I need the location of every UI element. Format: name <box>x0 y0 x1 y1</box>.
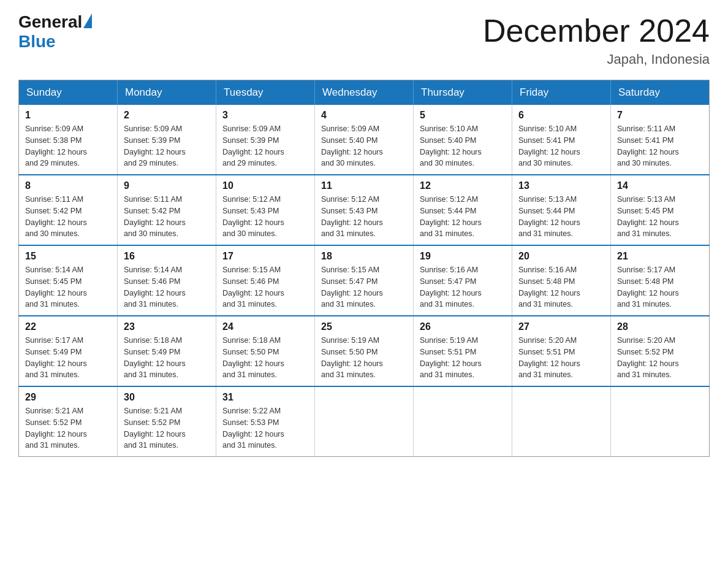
calendar-cell: 2Sunrise: 5:09 AMSunset: 5:39 PMDaylight… <box>118 105 216 175</box>
day-number: 11 <box>321 180 407 191</box>
day-number: 21 <box>617 251 703 262</box>
calendar-cell <box>512 386 611 457</box>
calendar-cell: 20Sunrise: 5:16 AMSunset: 5:48 PMDayligh… <box>512 245 611 316</box>
day-info: Sunrise: 5:21 AMSunset: 5:52 PMDaylight:… <box>25 405 111 451</box>
day-info: Sunrise: 5:15 AMSunset: 5:46 PMDaylight:… <box>222 264 308 310</box>
calendar-cell <box>414 386 512 457</box>
page-header: General Blue December 2024 Japah, Indone… <box>18 12 710 67</box>
calendar-cell: 31Sunrise: 5:22 AMSunset: 5:53 PMDayligh… <box>216 386 315 457</box>
calendar-cell: 24Sunrise: 5:18 AMSunset: 5:50 PMDayligh… <box>216 316 315 386</box>
day-info: Sunrise: 5:18 AMSunset: 5:49 PMDaylight:… <box>124 335 210 381</box>
day-number: 14 <box>617 180 703 191</box>
calendar-cell: 3Sunrise: 5:09 AMSunset: 5:39 PMDaylight… <box>216 105 315 175</box>
calendar-cell: 7Sunrise: 5:11 AMSunset: 5:41 PMDaylight… <box>611 105 710 175</box>
day-number: 29 <box>25 392 111 403</box>
calendar-cell <box>315 386 414 457</box>
day-info: Sunrise: 5:20 AMSunset: 5:52 PMDaylight:… <box>617 335 703 381</box>
calendar-cell: 5Sunrise: 5:10 AMSunset: 5:40 PMDaylight… <box>414 105 512 175</box>
column-header-friday: Friday <box>512 80 611 105</box>
column-header-sunday: Sunday <box>19 80 118 105</box>
calendar-week-row: 15Sunrise: 5:14 AMSunset: 5:45 PMDayligh… <box>19 245 710 316</box>
day-number: 16 <box>124 251 210 262</box>
day-info: Sunrise: 5:21 AMSunset: 5:52 PMDaylight:… <box>124 405 210 451</box>
calendar-header-row: SundayMondayTuesdayWednesdayThursdayFrid… <box>19 80 710 105</box>
column-header-thursday: Thursday <box>414 80 512 105</box>
calendar-cell: 29Sunrise: 5:21 AMSunset: 5:52 PMDayligh… <box>19 386 118 457</box>
column-header-tuesday: Tuesday <box>216 80 315 105</box>
day-info: Sunrise: 5:10 AMSunset: 5:40 PMDaylight:… <box>420 123 506 169</box>
calendar-cell: 18Sunrise: 5:15 AMSunset: 5:47 PMDayligh… <box>315 245 414 316</box>
column-header-monday: Monday <box>118 80 216 105</box>
calendar-cell: 6Sunrise: 5:10 AMSunset: 5:41 PMDaylight… <box>512 105 611 175</box>
day-number: 31 <box>222 392 308 403</box>
day-number: 24 <box>222 321 308 332</box>
calendar-week-row: 22Sunrise: 5:17 AMSunset: 5:49 PMDayligh… <box>19 316 710 386</box>
day-info: Sunrise: 5:13 AMSunset: 5:44 PMDaylight:… <box>518 194 604 240</box>
calendar-cell: 17Sunrise: 5:15 AMSunset: 5:46 PMDayligh… <box>216 245 315 316</box>
day-number: 20 <box>518 251 604 262</box>
day-number: 23 <box>124 321 210 332</box>
calendar-cell: 27Sunrise: 5:20 AMSunset: 5:51 PMDayligh… <box>512 316 611 386</box>
day-info: Sunrise: 5:12 AMSunset: 5:44 PMDaylight:… <box>420 194 506 240</box>
day-number: 26 <box>420 321 506 332</box>
calendar-cell: 11Sunrise: 5:12 AMSunset: 5:43 PMDayligh… <box>315 175 414 245</box>
calendar-cell: 22Sunrise: 5:17 AMSunset: 5:49 PMDayligh… <box>19 316 118 386</box>
logo-blue-text: Blue <box>18 32 56 52</box>
calendar-week-row: 29Sunrise: 5:21 AMSunset: 5:52 PMDayligh… <box>19 386 710 457</box>
day-info: Sunrise: 5:16 AMSunset: 5:47 PMDaylight:… <box>420 264 506 310</box>
calendar-cell: 8Sunrise: 5:11 AMSunset: 5:42 PMDaylight… <box>19 175 118 245</box>
calendar-cell: 21Sunrise: 5:17 AMSunset: 5:48 PMDayligh… <box>611 245 710 316</box>
logo: General Blue <box>18 12 92 52</box>
day-number: 9 <box>124 180 210 191</box>
calendar-cell: 28Sunrise: 5:20 AMSunset: 5:52 PMDayligh… <box>611 316 710 386</box>
day-number: 27 <box>518 321 604 332</box>
day-info: Sunrise: 5:22 AMSunset: 5:53 PMDaylight:… <box>222 405 308 451</box>
day-info: Sunrise: 5:15 AMSunset: 5:47 PMDaylight:… <box>321 264 407 310</box>
month-title: December 2024 <box>483 12 710 49</box>
day-info: Sunrise: 5:09 AMSunset: 5:39 PMDaylight:… <box>222 123 308 169</box>
day-info: Sunrise: 5:18 AMSunset: 5:50 PMDaylight:… <box>222 335 308 381</box>
day-number: 13 <box>518 180 604 191</box>
calendar-cell <box>611 386 710 457</box>
day-info: Sunrise: 5:20 AMSunset: 5:51 PMDaylight:… <box>518 335 604 381</box>
day-info: Sunrise: 5:09 AMSunset: 5:40 PMDaylight:… <box>321 123 407 169</box>
location-subtitle: Japah, Indonesia <box>483 52 710 67</box>
calendar-cell: 30Sunrise: 5:21 AMSunset: 5:52 PMDayligh… <box>118 386 216 457</box>
day-number: 18 <box>321 251 407 262</box>
day-info: Sunrise: 5:16 AMSunset: 5:48 PMDaylight:… <box>518 264 604 310</box>
calendar-cell: 13Sunrise: 5:13 AMSunset: 5:44 PMDayligh… <box>512 175 611 245</box>
day-info: Sunrise: 5:19 AMSunset: 5:51 PMDaylight:… <box>420 335 506 381</box>
day-info: Sunrise: 5:11 AMSunset: 5:41 PMDaylight:… <box>617 123 703 169</box>
calendar-week-row: 1Sunrise: 5:09 AMSunset: 5:38 PMDaylight… <box>19 105 710 175</box>
day-number: 10 <box>222 180 308 191</box>
day-number: 22 <box>25 321 111 332</box>
calendar-cell: 1Sunrise: 5:09 AMSunset: 5:38 PMDaylight… <box>19 105 118 175</box>
day-number: 5 <box>420 110 506 121</box>
day-number: 28 <box>617 321 703 332</box>
day-number: 19 <box>420 251 506 262</box>
calendar-table: SundayMondayTuesdayWednesdayThursdayFrid… <box>18 80 710 457</box>
day-info: Sunrise: 5:10 AMSunset: 5:41 PMDaylight:… <box>518 123 604 169</box>
calendar-cell: 23Sunrise: 5:18 AMSunset: 5:49 PMDayligh… <box>118 316 216 386</box>
calendar-cell: 12Sunrise: 5:12 AMSunset: 5:44 PMDayligh… <box>414 175 512 245</box>
day-number: 4 <box>321 110 407 121</box>
day-number: 12 <box>420 180 506 191</box>
day-info: Sunrise: 5:19 AMSunset: 5:50 PMDaylight:… <box>321 335 407 381</box>
day-number: 3 <box>222 110 308 121</box>
day-info: Sunrise: 5:17 AMSunset: 5:49 PMDaylight:… <box>25 335 111 381</box>
calendar-cell: 4Sunrise: 5:09 AMSunset: 5:40 PMDaylight… <box>315 105 414 175</box>
day-info: Sunrise: 5:14 AMSunset: 5:46 PMDaylight:… <box>124 264 210 310</box>
calendar-cell: 25Sunrise: 5:19 AMSunset: 5:50 PMDayligh… <box>315 316 414 386</box>
calendar-cell: 10Sunrise: 5:12 AMSunset: 5:43 PMDayligh… <box>216 175 315 245</box>
logo-general-text: General <box>18 12 82 32</box>
calendar-cell: 9Sunrise: 5:11 AMSunset: 5:42 PMDaylight… <box>118 175 216 245</box>
calendar-cell: 16Sunrise: 5:14 AMSunset: 5:46 PMDayligh… <box>118 245 216 316</box>
day-number: 6 <box>518 110 604 121</box>
column-header-wednesday: Wednesday <box>315 80 414 105</box>
day-info: Sunrise: 5:14 AMSunset: 5:45 PMDaylight:… <box>25 264 111 310</box>
calendar-cell: 19Sunrise: 5:16 AMSunset: 5:47 PMDayligh… <box>414 245 512 316</box>
day-number: 7 <box>617 110 703 121</box>
day-info: Sunrise: 5:12 AMSunset: 5:43 PMDaylight:… <box>321 194 407 240</box>
day-info: Sunrise: 5:12 AMSunset: 5:43 PMDaylight:… <box>222 194 308 240</box>
day-number: 8 <box>25 180 111 191</box>
